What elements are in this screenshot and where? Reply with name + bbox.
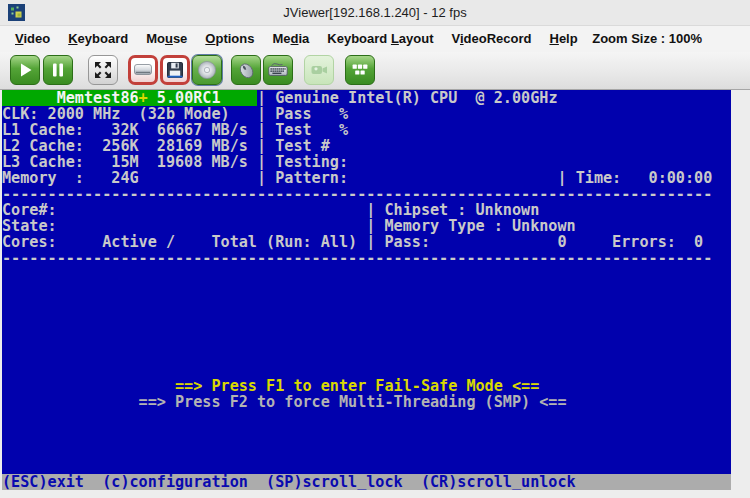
console-row xyxy=(2,426,731,442)
console-row xyxy=(2,330,731,346)
keyboard-button[interactable] xyxy=(263,55,293,85)
menu-item-video[interactable]: Video xyxy=(6,26,59,52)
mouse-button[interactable] xyxy=(231,55,261,85)
console-row xyxy=(2,314,731,330)
menu-item-keyboard-layout[interactable]: Keyboard Layout xyxy=(318,26,442,52)
menu-item-help[interactable]: Help xyxy=(541,26,587,52)
fullscreen-icon xyxy=(91,58,115,82)
play-icon xyxy=(13,58,37,82)
console-row: L3 Cache: 15M 19608 MB/s | Testing: xyxy=(2,154,731,170)
video-record-button[interactable] xyxy=(304,55,334,85)
pause-icon xyxy=(46,58,70,82)
console-row: ----------------------------------------… xyxy=(2,250,731,266)
console-row xyxy=(2,410,731,426)
videorecord-icon xyxy=(307,58,331,82)
harddisk-redirect-button[interactable] xyxy=(128,55,158,85)
console-row: (ESC)exit (c)configuration (SP)scroll_lo… xyxy=(2,474,731,490)
fullscreen-button[interactable] xyxy=(88,55,118,85)
console-row: CLK: 2000 MHz (32b Mode) | Pass % xyxy=(2,106,731,122)
menu-item-options[interactable]: Options xyxy=(196,26,263,52)
console-row xyxy=(2,298,731,314)
cd-redirect-button[interactable] xyxy=(192,55,222,85)
mouse-icon xyxy=(234,58,258,82)
title-bar: JViewer[192.168.1.240] - 12 fps xyxy=(0,0,750,26)
keyboard-icon xyxy=(266,58,290,82)
play-button[interactable] xyxy=(10,55,40,85)
harddisk-icon xyxy=(131,58,155,82)
console-row: State: | Memory Type : Unknown xyxy=(2,218,731,234)
menu-item-videorecord[interactable]: VideoRecord xyxy=(443,26,541,52)
menu-item-mouse[interactable]: Mouse xyxy=(137,26,196,52)
console-row xyxy=(2,362,731,378)
console-row: L2 Cache: 256K 28169 MB/s | Test # xyxy=(2,138,731,154)
console-row: ==> Press F2 to force Multi-Threading (S… xyxy=(2,394,731,410)
toolbar: 50 100 150 xyxy=(0,52,750,90)
console-row: Core#: | Chipset : Unknown xyxy=(2,202,731,218)
console-row: Cores: Active / Total (Run: All) | Pass:… xyxy=(2,234,731,250)
console-row xyxy=(2,282,731,298)
console-row: ==> Press F1 to enter Fail-Safe Mode <== xyxy=(2,378,731,394)
menu-item-media[interactable]: Media xyxy=(263,26,318,52)
console-row xyxy=(2,266,731,282)
zoom-size-label: Zoom Size : 100% xyxy=(592,26,702,52)
jviewer-window: JViewer[192.168.1.240] - 12 fps VideoKey… xyxy=(0,0,750,498)
console-row xyxy=(2,346,731,362)
floppy-redirect-button[interactable] xyxy=(160,55,190,85)
pause-button[interactable] xyxy=(43,55,73,85)
console-row xyxy=(2,442,731,458)
console-row: ----------------------------------------… xyxy=(2,186,731,202)
console-row xyxy=(2,458,731,474)
softkeyboard-icon xyxy=(348,58,372,82)
menu-item-keyboard[interactable]: Keyboard xyxy=(59,26,137,52)
remote-console-screen[interactable]: Memtest86+ 5.00RC1 | Genuine Intel(R) CP… xyxy=(2,90,731,490)
console-row: L1 Cache: 32K 66667 MB/s | Test % xyxy=(2,122,731,138)
console-row: Memory : 24G | Pattern: | Time: 0:00:00 xyxy=(2,170,731,186)
floppy-icon xyxy=(163,58,187,82)
console-row: Memtest86+ 5.00RC1 | Genuine Intel(R) CP… xyxy=(2,90,731,106)
window-title: JViewer[192.168.1.240] - 12 fps xyxy=(0,0,750,25)
cd-icon xyxy=(195,58,219,82)
soft-keyboard-button[interactable] xyxy=(345,55,375,85)
